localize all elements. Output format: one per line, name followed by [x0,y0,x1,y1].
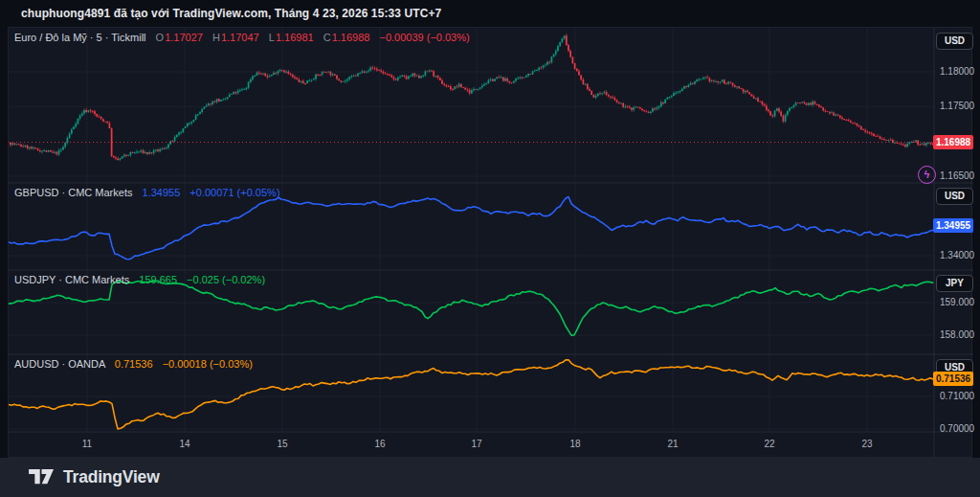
ohlc-high-value: 1.17047 [221,32,259,43]
currency-button-usdjpy[interactable]: JPY [936,275,973,292]
currency-button-gbpusd[interactable]: USD [936,188,973,205]
legend-audusd: AUDUSD · OANDA 0.71536 −0.00018 (−0.03%) [14,358,253,371]
change-eurusd: −0.00039 (−0.03%) [380,32,470,43]
symbol-title-audusd[interactable]: AUDUSD · OANDA [14,358,105,370]
ohlc-open-value: 1.17027 [165,32,203,43]
price-axis-label: 159.000 [940,297,974,307]
change-audusd: −0.00018 (−0.03%) [163,358,253,370]
time-axis-label[interactable]: 17 [464,439,489,449]
legend-gbpusd: GBPUSD · CMC Markets 1.34955 +0.00071 (+… [14,187,280,199]
symbol-title-eurusd[interactable]: Euro / Đô la Mỹ · 5 · Tickmill [14,32,146,43]
ohlc-low-value: 1.16981 [276,32,314,43]
price-axis-label: 0.71000 [940,391,974,401]
time-axis-label[interactable]: 14 [172,439,197,449]
attribution-bar: chuphuong4891 đã tạo với TradingView.com… [0,0,980,27]
time-axis-label[interactable]: 11 [75,439,100,449]
tradingview-wordmark: TradingView [63,467,160,487]
tradingview-logo-icon [29,469,55,486]
ohlc-high-label: H [212,32,220,43]
time-axis-label[interactable]: 16 [368,439,392,449]
price-axis-label: 1.17500 [940,101,974,111]
legend-eurusd: Euro / Đô la Mỹ · 5 · Tickmill O1.17027 … [14,32,470,44]
time-axis-label[interactable]: 23 [855,439,880,449]
time-axis-label[interactable]: 21 [660,439,685,449]
price-axis-label: 1.16500 [940,170,974,181]
value-usdjpy: 159.665 [139,274,177,285]
price-axis-label: 0.70000 [940,423,974,434]
price-axis-label: 158.000 [940,329,974,340]
footer-bar: TradingView [0,458,980,497]
ohlc-open-label: O [156,32,165,43]
symbol-title-gbpusd[interactable]: GBPUSD · CMC Markets [14,187,132,198]
tradingview-widget: chuphuong4891 đã tạo với TradingView.com… [0,0,980,497]
flash-lightning-icon[interactable]: ϟ [918,166,936,184]
attribution-text: chuphuong4891 đã tạo với TradingView.com… [21,7,441,20]
legend-usdjpy: USDJPY · CMC Markets 159.665 −0.025 (−0.… [14,274,265,286]
price-tag-audusd: 0.71536 [933,372,973,386]
price-axis-label: 1.18000 [940,66,974,77]
chart-area[interactable]: Euro / Đô la Mỹ · 5 · Tickmill O1.17027 … [8,27,972,458]
ohlc-close-value: 1.16988 [332,32,370,43]
price-axis-label: 1.34000 [940,250,974,260]
value-gbpusd: 1.34955 [143,187,181,198]
ohlc-low-label: L [269,32,275,43]
price-tag-gbpusd: 1.34955 [933,218,973,233]
time-axis-label[interactable]: 15 [270,439,295,449]
value-audusd: 0.71536 [115,358,153,370]
ohlc-close-label: C [323,32,331,43]
time-axis-label[interactable]: 22 [757,439,782,449]
change-gbpusd: +0.00071 (+0.05%) [189,187,279,198]
price-tag-eurusd: 1.16988 [933,135,973,149]
tradingview-logo[interactable]: TradingView [29,467,160,487]
change-usdjpy: −0.025 (−0.02%) [187,274,265,285]
time-axis-label[interactable]: 18 [563,439,588,449]
price-chart-svg[interactable] [9,28,973,459]
currency-button-eurusd[interactable]: USD [936,33,973,50]
symbol-title-usdjpy[interactable]: USDJPY · CMC Markets [14,274,129,285]
